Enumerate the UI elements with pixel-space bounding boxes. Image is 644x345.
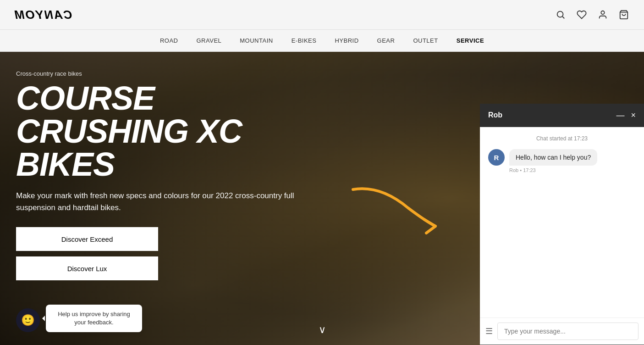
chat-bubble-wrap: Hello, how can I help you? Rob • 17:23 <box>509 149 597 173</box>
nav-item-road[interactable]: ROAD <box>160 37 178 44</box>
svg-point-2 <box>601 11 604 14</box>
arrow-decoration <box>344 180 445 235</box>
cart-icon[interactable] <box>617 8 630 21</box>
feedback-button[interactable]: 🙂 <box>16 308 40 332</box>
hero-description: Make your mark with fresh new specs and … <box>16 190 300 213</box>
main-nav: ROAD GRAVEL MOUNTAIN E-BIKES HYBRID GEAR… <box>0 30 644 52</box>
chat-message-input[interactable] <box>497 323 638 340</box>
hero-content: Cross-country race bikes COURSE CRUSHING… <box>16 70 328 280</box>
chat-header-controls: — × <box>616 111 636 119</box>
svg-point-0 <box>557 11 563 17</box>
smiley-icon: 🙂 <box>21 314 35 327</box>
chat-menu-icon[interactable]: ☰ <box>485 326 493 336</box>
hero-section: Cross-country race bikes COURSE CRUSHING… <box>0 52 644 345</box>
header-icons <box>554 8 630 21</box>
svg-line-1 <box>562 17 564 18</box>
nav-item-hybrid[interactable]: HYBRID <box>335 37 358 44</box>
logo: CANYOM <box>14 8 72 22</box>
nav-item-outlet[interactable]: OUTLET <box>413 37 438 44</box>
user-icon[interactable] <box>596 8 609 21</box>
nav-item-gravel[interactable]: GRAVEL <box>197 37 222 44</box>
hero-title: COURSE CRUSHING XC BIKES <box>16 82 328 181</box>
close-button[interactable]: × <box>631 111 636 119</box>
discover-lux-button[interactable]: Discover Lux <box>16 256 158 280</box>
chat-panel: Rob — × Chat started at 17:23 R Hello, h… <box>480 104 644 345</box>
chat-bubble: Hello, how can I help you? <box>509 149 597 166</box>
header: CANYOM <box>0 0 644 30</box>
chat-time: 17:23 <box>523 167 536 173</box>
wishlist-icon[interactable] <box>575 8 588 21</box>
chat-input-area: ☰ <box>480 317 644 345</box>
chat-body: Chat started at 17:23 R Hello, how can I… <box>480 127 644 317</box>
chat-sender: Rob <box>509 167 518 173</box>
nav-item-ebikes[interactable]: E-BIKES <box>292 37 317 44</box>
hero-subtitle: Cross-country race bikes <box>16 70 328 77</box>
nav-item-gear[interactable]: GEAR <box>377 37 395 44</box>
chat-meta: Rob • 17:23 <box>509 167 597 173</box>
scroll-indicator[interactable]: ∨ <box>319 324 326 336</box>
chat-started-text: Chat started at 17:23 <box>488 135 636 142</box>
minimize-button[interactable]: — <box>616 111 624 119</box>
discover-exceed-button[interactable]: Discover Exceed <box>16 227 158 251</box>
hero-buttons: Discover Exceed Discover Lux <box>16 227 328 280</box>
search-icon[interactable] <box>554 8 567 21</box>
avatar: R <box>488 149 505 166</box>
chat-agent-name: Rob <box>488 111 502 119</box>
feedback-text: Help us improve by sharing your feedback… <box>58 311 130 326</box>
nav-item-mountain[interactable]: MOUNTAIN <box>240 37 273 44</box>
feedback-bubble: Help us improve by sharing your feedback… <box>46 305 142 332</box>
chat-message-row: R Hello, how can I help you? Rob • 17:23 <box>488 149 636 173</box>
nav-item-service[interactable]: SERVICE <box>457 37 484 44</box>
chat-header: Rob — × <box>480 104 644 127</box>
